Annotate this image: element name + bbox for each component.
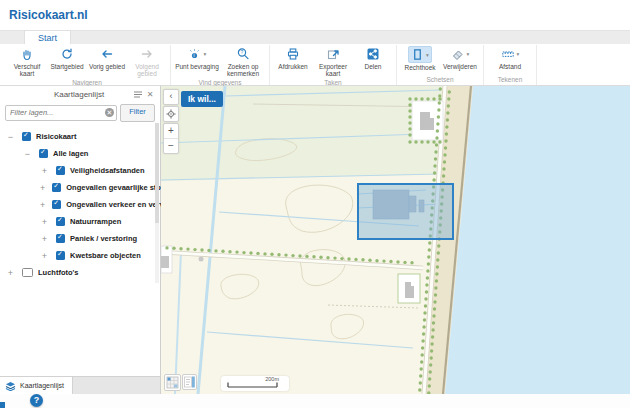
startgebied-button[interactable]: Startgebied	[47, 45, 87, 70]
tab-kaartlagenlijst[interactable]: Kaartlagenlijst	[0, 377, 73, 394]
map-viewport[interactable]: ‹ Ik wil... + − 200m	[161, 86, 630, 394]
ik-wil-button[interactable]: Ik wil...	[181, 91, 223, 107]
svg-text:?: ?	[241, 49, 244, 55]
checkbox-checked[interactable]	[52, 200, 61, 209]
eraser-icon	[451, 46, 470, 62]
button-label: Afstand	[499, 63, 521, 70]
arrow-right-icon	[140, 46, 154, 62]
collapse-panel-button[interactable]: ‹	[163, 89, 179, 105]
layer-label: Kwetsbare objecten	[70, 251, 141, 260]
tree-item-natuurrampen[interactable]: Natuurrampen	[0, 213, 160, 230]
group-label-tekenen: Tekenen	[487, 75, 533, 85]
mini-panel-icon	[184, 376, 195, 388]
tree-item-ongevallen-gevaarlijke-stoffen[interactable]: Ongevallen gevaarlijke stoffen	[0, 179, 160, 196]
checkbox-checked[interactable]	[56, 217, 65, 226]
tree-item-risicokaart[interactable]: Risicokaart	[0, 128, 160, 145]
punt-bevraging-button[interactable]: i Punt bevraging	[174, 45, 220, 70]
checkbox-checked[interactable]	[56, 251, 65, 260]
afdrukken-button[interactable]: Afdrukken	[273, 45, 313, 70]
panel-title: Kaartlagenlijst	[4, 90, 132, 99]
tab-start[interactable]: Start	[24, 30, 71, 44]
point-info-icon: i	[188, 46, 207, 62]
filter-input-wrap: ✕	[5, 105, 117, 121]
layer-label: Veiligheidsafstanden	[70, 166, 145, 175]
selection-rectangle[interactable]	[358, 184, 453, 239]
layer-tree: Risicokaart Alle lagen Veiligheidsafstan…	[0, 123, 160, 376]
ribbon-group-taken: Afdrukken Exporteer kaart Delen Taken	[270, 45, 397, 85]
layer-label: Risicokaart	[36, 132, 76, 141]
button-label: Vorig gebied	[89, 63, 125, 70]
volgend-gebied-button[interactable]: Volgend gebied	[127, 45, 167, 78]
zoeken-op-kenmerken-button[interactable]: ? Zoeken op kenmerken	[220, 45, 266, 78]
tree-item-paniek-verstoring[interactable]: Paniek / verstoring	[0, 230, 160, 247]
clear-filter-icon[interactable]: ✕	[105, 108, 114, 117]
checkbox-checked[interactable]	[56, 234, 65, 243]
layer-label: Ongevallen verkeer en vervoer	[66, 200, 175, 209]
button-label: Zoeken op kenmerken	[220, 63, 266, 78]
expand-icon[interactable]	[40, 200, 45, 210]
tree-scrollbar[interactable]	[155, 123, 159, 283]
filter-input[interactable]	[6, 108, 116, 117]
tree-item-luchtfotos[interactable]: Luchtfoto's	[0, 264, 160, 281]
button-label: Delen	[365, 63, 382, 70]
help-button[interactable]: ?	[30, 394, 43, 407]
distance-icon	[501, 46, 520, 62]
titlebar: Risicokaart.nl	[0, 0, 630, 30]
bottom-left-blue-fragment	[0, 402, 5, 408]
zoom-out-button[interactable]: −	[164, 139, 178, 153]
collapse-icon[interactable]	[23, 149, 32, 159]
rechthoek-button[interactable]: Rechthoek	[400, 45, 440, 71]
overview-map-button[interactable]	[164, 374, 181, 391]
collapse-icon[interactable]	[6, 132, 15, 142]
tab-label: Kaartlagenlijst	[20, 382, 64, 389]
expand-icon[interactable]	[40, 234, 49, 244]
delen-button[interactable]: Delen	[353, 45, 393, 70]
ribbon: Verschuif kaart Startgebied Vorig gebied…	[0, 44, 630, 86]
filter-row: ✕ Filter	[0, 102, 160, 123]
panel-tabbar: Kaartlagenlijst	[0, 376, 160, 394]
vorig-gebied-button[interactable]: Vorig gebied	[87, 45, 127, 70]
checkbox-unchecked[interactable]	[22, 268, 33, 277]
scale-label: 200m	[265, 376, 279, 382]
verschuif-kaart-button[interactable]: Verschuif kaart	[7, 45, 47, 78]
expand-icon[interactable]	[40, 251, 49, 261]
tree-item-veiligheidsafstanden[interactable]: Veiligheidsafstanden	[0, 162, 160, 179]
close-icon[interactable]: ✕	[144, 90, 156, 99]
checkbox-checked[interactable]	[22, 132, 31, 141]
ribbon-group-vind-gegevens: i Punt bevraging ? Zoeken op kenmerken V…	[171, 45, 270, 85]
checkbox-checked[interactable]	[39, 149, 48, 158]
tree-item-kwetsbare-objecten[interactable]: Kwetsbare objecten	[0, 247, 160, 264]
button-label: Volgend gebied	[127, 63, 167, 78]
zoom-in-button[interactable]: +	[164, 124, 178, 139]
expand-icon[interactable]	[40, 217, 49, 227]
checkbox-checked[interactable]	[52, 183, 61, 192]
layer-label: Natuurrampen	[70, 217, 121, 226]
layer-label: Luchtfoto's	[38, 268, 79, 277]
layer-label: Alle lagen	[53, 149, 88, 158]
tree-item-alle-lagen[interactable]: Alle lagen	[0, 145, 160, 162]
button-label: Verwijderen	[443, 63, 477, 70]
tree-item-ongevallen-verkeer-en-vervoer[interactable]: Ongevallen verkeer en vervoer	[0, 196, 160, 213]
printer-icon	[286, 46, 300, 62]
scalebar: 200m	[221, 376, 289, 391]
basemap	[161, 86, 630, 394]
button-label: Afdrukken	[278, 63, 307, 70]
checkbox-checked[interactable]	[56, 166, 65, 175]
expand-icon[interactable]	[40, 166, 49, 176]
exporteer-kaart-button[interactable]: Exporteer kaart	[313, 45, 353, 78]
ribbon-tabstrip: Start	[0, 30, 630, 44]
mini-panel-button[interactable]	[182, 374, 197, 390]
locate-button[interactable]	[163, 106, 179, 122]
expand-icon[interactable]	[40, 183, 45, 193]
locate-icon	[166, 109, 176, 119]
kaartlagenlijst-panel: Kaartlagenlijst ✕ ✕ Filter Risicokaart A…	[0, 86, 161, 394]
panel-header: Kaartlagenlijst ✕	[0, 86, 160, 102]
panel-menu-icon[interactable]	[132, 90, 144, 100]
afstand-button[interactable]: Afstand	[487, 45, 533, 70]
expand-icon[interactable]	[6, 268, 15, 278]
verwijderen-button[interactable]: Verwijderen	[440, 45, 480, 70]
export-map-icon	[326, 46, 340, 62]
button-label: Startgebied	[50, 63, 83, 70]
button-label: Rechthoek	[404, 64, 435, 71]
filter-button[interactable]: Filter	[120, 104, 155, 122]
